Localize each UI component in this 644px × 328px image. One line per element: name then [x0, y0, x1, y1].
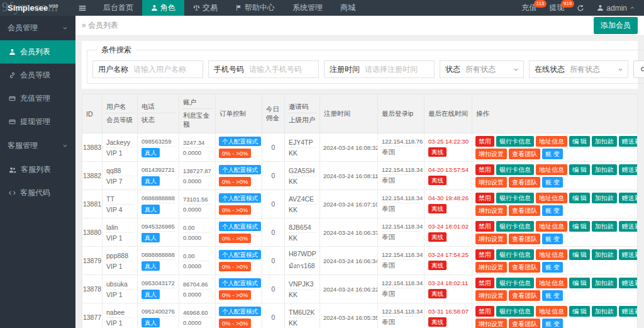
add-member-button[interactable]: 添加会员 — [594, 17, 638, 34]
action-button[interactable]: 加扣款 — [592, 193, 617, 203]
action-button[interactable]: 赠送彩金 — [619, 249, 638, 260]
action-button[interactable]: 地址信息 — [536, 193, 567, 203]
order-control-badge[interactable]: 个人配置模式 — [219, 307, 261, 316]
action-button[interactable]: 地址信息 — [536, 278, 567, 288]
action-button[interactable]: 账 变 — [542, 177, 563, 188]
action-button[interactable]: 加扣款 — [592, 221, 617, 232]
action-button[interactable]: 赠送彩金 — [619, 278, 638, 288]
action-button[interactable]: 编 辑 — [569, 306, 590, 317]
hamburger-icon[interactable] — [70, 0, 94, 16]
recharge-link[interactable]: 充值 113 — [521, 0, 536, 16]
action-button[interactable]: 禁用 — [475, 306, 494, 317]
action-button[interactable]: 加扣款 — [592, 306, 617, 317]
action-button[interactable]: 地址信息 — [536, 164, 567, 175]
action-button[interactable]: 账 变 — [542, 262, 563, 273]
action-button[interactable]: 银行卡信息 — [496, 221, 534, 232]
action-button[interactable]: 查看团队 — [509, 149, 540, 159]
sidebar-section-0[interactable]: 会员管理 — [0, 16, 75, 40]
order-control-badge[interactable]: 0% - >0% — [219, 234, 251, 243]
action-button[interactable]: 增扣设置 — [475, 205, 507, 216]
action-button[interactable]: 增扣设置 — [475, 319, 507, 328]
action-button[interactable]: 银行卡信息 — [496, 136, 534, 147]
action-button[interactable]: 增扣设置 — [475, 234, 507, 244]
action-button[interactable]: 禁用 — [475, 221, 494, 232]
action-button[interactable]: 禁用 — [475, 193, 494, 203]
refresh-icon[interactable] — [577, 0, 584, 16]
order-control-badge[interactable]: 0% - >0% — [219, 205, 251, 215]
action-button[interactable]: 银行卡信息 — [496, 278, 534, 288]
action-button[interactable]: 禁用 — [475, 136, 494, 147]
admin-menu[interactable]: admin — [597, 0, 635, 16]
action-button[interactable]: 赠送彩金 — [619, 306, 638, 317]
action-button[interactable]: 加扣款 — [592, 136, 617, 147]
action-button[interactable]: 编 辑 — [569, 249, 590, 260]
action-button[interactable]: 增扣设置 — [475, 290, 507, 301]
action-button[interactable]: 银行卡信息 — [496, 193, 534, 203]
action-button[interactable]: 账 变 — [542, 234, 563, 244]
sidebar-item-0-0[interactable]: 会员列表 — [0, 40, 75, 64]
action-button[interactable]: 银行卡信息 — [496, 164, 534, 175]
action-button[interactable]: 编 辑 — [569, 193, 590, 203]
search-input-0[interactable] — [133, 61, 203, 77]
order-control-badge[interactable]: 个人配置模式 — [219, 137, 261, 146]
action-button[interactable]: 银行卡信息 — [496, 306, 534, 317]
action-button[interactable]: 账 变 — [542, 290, 563, 301]
action-button[interactable]: 编 辑 — [569, 164, 590, 175]
order-control-badge[interactable]: 0% - >0% — [219, 319, 251, 328]
search-input-1[interactable] — [249, 61, 318, 77]
action-button[interactable]: 查看团队 — [509, 290, 540, 301]
action-button[interactable]: 银行卡信息 — [496, 249, 534, 260]
order-control-badge[interactable]: 0% - >0% — [219, 290, 251, 300]
action-button[interactable]: 赠送彩金 — [619, 221, 638, 232]
sidebar-section-1[interactable]: 客服管理 — [0, 133, 75, 158]
action-button[interactable]: 账 变 — [542, 319, 563, 328]
action-button[interactable]: 增扣设置 — [475, 262, 507, 273]
sidebar-item-1-0[interactable]: 客服列表 — [0, 158, 75, 181]
action-button[interactable]: 查看团队 — [509, 319, 540, 328]
nav-item-4[interactable]: 系统管理 — [284, 0, 331, 16]
action-button[interactable]: 地址信息 — [536, 249, 567, 260]
action-button[interactable]: 禁用 — [475, 278, 494, 288]
nav-item-2[interactable]: 交易 — [184, 0, 226, 16]
action-button[interactable]: 地址信息 — [536, 221, 567, 232]
order-control-badge[interactable]: 0% - >0% — [219, 177, 251, 186]
action-button[interactable]: 禁用 — [475, 249, 494, 260]
action-button[interactable]: 增扣设置 — [475, 177, 507, 188]
withdraw-link[interactable]: 提现 919 — [549, 0, 564, 16]
action-button[interactable]: 地址信息 — [536, 136, 567, 147]
search-input-2[interactable] — [365, 61, 434, 77]
action-button[interactable]: 加扣款 — [592, 278, 617, 288]
action-button[interactable]: 增扣设置 — [475, 149, 507, 159]
action-button[interactable]: 查看团队 — [509, 205, 540, 216]
sidebar-item-0-2[interactable]: 充值管理 — [0, 87, 75, 110]
action-button[interactable]: 赠送彩金 — [619, 136, 638, 147]
action-button[interactable]: 加扣款 — [592, 164, 617, 175]
action-button[interactable]: 编 辑 — [569, 278, 590, 288]
order-control-badge[interactable]: 0% - >0% — [219, 149, 251, 158]
search-button[interactable]: 搜 索 — [633, 60, 644, 78]
action-button[interactable]: 查看团队 — [509, 177, 540, 188]
sidebar-item-0-3[interactable]: 提现管理 — [0, 110, 75, 133]
action-button[interactable]: 账 变 — [542, 149, 563, 159]
nav-item-5[interactable]: 商城 — [331, 0, 364, 16]
action-button[interactable]: 地址信息 — [536, 306, 567, 317]
action-button[interactable]: 查看团队 — [509, 234, 540, 244]
order-control-badge[interactable]: 0% - >0% — [219, 262, 251, 271]
search-select-3[interactable]: 所有状态 — [465, 61, 523, 77]
order-control-badge[interactable]: 个人配置模式 — [219, 222, 261, 231]
nav-item-1[interactable]: 角色 — [142, 0, 184, 16]
order-control-badge[interactable]: 个人配置模式 — [219, 250, 261, 259]
sidebar-item-1-1[interactable]: 客服代码 — [0, 181, 75, 205]
order-control-badge[interactable]: 个人配置模式 — [219, 165, 261, 174]
action-button[interactable]: 账 变 — [542, 205, 563, 216]
order-control-badge[interactable]: 个人配置模式 — [219, 278, 261, 288]
search-select-4[interactable]: 所有状态 — [570, 61, 628, 77]
action-button[interactable]: 赠送彩金 — [619, 193, 638, 203]
order-control-badge[interactable]: 个人配置模式 — [219, 193, 261, 203]
action-button[interactable]: 编 辑 — [569, 221, 590, 232]
action-button[interactable]: 禁用 — [475, 164, 494, 175]
action-button[interactable]: 查看团队 — [509, 262, 540, 273]
action-button[interactable]: 赠送彩金 — [619, 164, 638, 175]
nav-item-0[interactable]: 后台首页 — [94, 0, 142, 16]
nav-item-3[interactable]: 帮助中心 — [226, 0, 284, 16]
